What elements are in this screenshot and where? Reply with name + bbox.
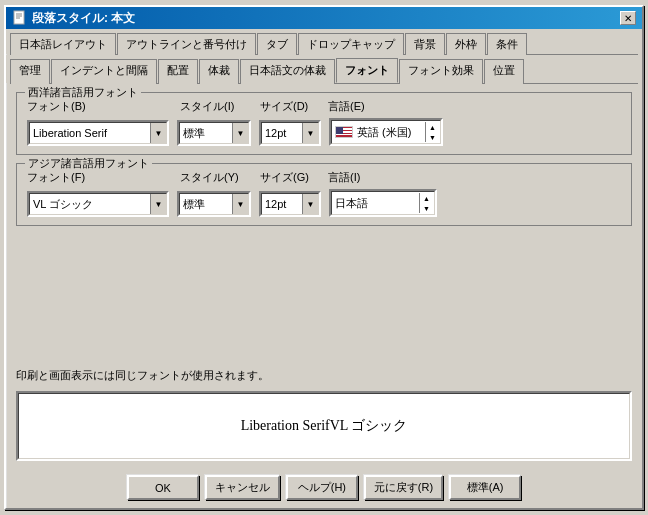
western-size-label: サイズ(D) <box>260 99 320 114</box>
tab-font[interactable]: フォント <box>336 58 398 83</box>
tab-background[interactable]: 背景 <box>405 33 445 55</box>
tab-japanese-layout[interactable]: 日本語レイアウト <box>10 33 116 55</box>
asian-font-label: フォント(F) <box>27 170 172 185</box>
western-fields-row: ▼ ▼ ▼ <box>27 118 621 146</box>
western-lang-spin-up[interactable]: ▲ <box>426 122 439 132</box>
western-style-dropdown-btn[interactable]: ▼ <box>232 123 248 143</box>
main-window: 段落スタイル: 本文 ✕ 日本語レイアウト アウトラインと番号付け タブ ドロッ… <box>4 5 644 510</box>
tab-indent[interactable]: インデントと間隔 <box>51 59 157 84</box>
western-style-input[interactable] <box>180 125 232 141</box>
info-text: 印刷と画面表示には同じフォントが使用されます。 <box>16 368 632 383</box>
tab-position[interactable]: 位置 <box>484 59 524 84</box>
western-lang-inner: 英語 (米国) ▲ ▼ <box>331 120 441 144</box>
western-style-label: スタイル(I) <box>180 99 252 114</box>
western-font-inner: ▼ <box>29 122 167 144</box>
western-style-select-wrapper[interactable]: ▼ <box>177 120 251 146</box>
asian-size-label: サイズ(G) <box>260 170 320 185</box>
document-icon <box>12 10 28 26</box>
cancel-button[interactable]: キャンセル <box>205 475 280 500</box>
western-lang-spin-down[interactable]: ▼ <box>426 132 439 142</box>
western-lang-spin[interactable]: ▲ ▼ <box>425 122 439 142</box>
tab-dropcap[interactable]: ドロップキャップ <box>298 33 404 55</box>
western-section-label: 西洋諸言語用フォント <box>25 85 141 100</box>
asian-lang-inner: 日本語 ▲ ▼ <box>331 191 435 215</box>
tab-manage[interactable]: 管理 <box>10 59 50 84</box>
asian-font-dropdown-btn[interactable]: ▼ <box>150 194 166 214</box>
western-label-row: フォント(B) スタイル(I) サイズ(D) 言語(E) <box>27 99 621 114</box>
asian-style-select-wrapper[interactable]: ▼ <box>177 191 251 217</box>
asian-fields-row: ▼ ▼ ▼ <box>27 189 621 217</box>
western-lang-select-wrapper[interactable]: 英語 (米国) ▲ ▼ <box>329 118 443 146</box>
content-area: 西洋諸言語用フォント フォント(B) スタイル(I) サイズ(D) 言語(E) … <box>6 84 642 469</box>
western-fonts-section: 西洋諸言語用フォント フォント(B) スタイル(I) サイズ(D) 言語(E) … <box>16 92 632 155</box>
asian-lang-spin[interactable]: ▲ ▼ <box>419 193 433 213</box>
asian-size-dropdown-btn[interactable]: ▼ <box>302 194 318 214</box>
western-font-dropdown-btn[interactable]: ▼ <box>150 123 166 143</box>
window-title: 段落スタイル: 本文 <box>32 10 135 27</box>
western-size-inner: ▼ <box>261 122 319 144</box>
asian-lang-label: 言語(I) <box>328 170 443 185</box>
reset-button[interactable]: 元に戻す(R) <box>364 475 443 500</box>
western-lang-label: 言語(E) <box>328 99 443 114</box>
asian-style-label: スタイル(Y) <box>180 170 252 185</box>
spacer <box>16 234 632 362</box>
western-size-select-wrapper[interactable]: ▼ <box>259 120 321 146</box>
tab-bar-bottom: 管理 インデントと間隔 配置 体裁 日本語文の体裁 フォント フォント効果 位置 <box>6 55 642 83</box>
tab-outline[interactable]: アウトラインと番号付け <box>117 33 256 55</box>
standard-button[interactable]: 標準(A) <box>449 475 521 500</box>
asian-lang-value: 日本語 <box>333 196 419 211</box>
western-lang-value: 英語 (米国) <box>355 125 425 140</box>
asian-lang-select-wrapper[interactable]: 日本語 ▲ ▼ <box>329 189 437 217</box>
asian-size-inner: ▼ <box>261 193 319 215</box>
asian-label-row: フォント(F) スタイル(Y) サイズ(G) 言語(I) <box>27 170 621 185</box>
western-font-select-wrapper[interactable]: ▼ <box>27 120 169 146</box>
western-style-inner: ▼ <box>179 122 249 144</box>
button-bar: OK キャンセル ヘルプ(H) 元に戻す(R) 標準(A) <box>6 469 642 508</box>
ok-button[interactable]: OK <box>127 475 199 500</box>
asian-font-inner: ▼ <box>29 193 167 215</box>
asian-style-inner: ▼ <box>179 193 249 215</box>
help-button[interactable]: ヘルプ(H) <box>286 475 358 500</box>
tab-tab[interactable]: タブ <box>257 33 297 55</box>
western-font-label: フォント(B) <box>27 99 172 114</box>
asian-style-input[interactable] <box>180 196 232 212</box>
titlebar: 段落スタイル: 本文 ✕ <box>6 7 642 29</box>
tab-condition[interactable]: 条件 <box>487 33 527 55</box>
flag-icon <box>335 126 353 138</box>
titlebar-left: 段落スタイル: 本文 <box>12 10 135 27</box>
western-font-input[interactable] <box>30 125 150 141</box>
asian-lang-spin-up[interactable]: ▲ <box>420 193 433 203</box>
preview-box: Liberation SerifVL ゴシック <box>16 391 632 461</box>
asian-size-input[interactable] <box>262 196 302 212</box>
tab-align[interactable]: 配置 <box>158 59 198 84</box>
asian-font-input[interactable] <box>30 196 150 212</box>
asian-size-select-wrapper[interactable]: ▼ <box>259 191 321 217</box>
western-size-input[interactable] <box>262 125 302 141</box>
tab-bar-top: 日本語レイアウト アウトラインと番号付け タブ ドロップキャップ 背景 外枠 条… <box>6 29 642 54</box>
preview-inner: Liberation SerifVL ゴシック <box>18 393 630 459</box>
asian-font-select-wrapper[interactable]: ▼ <box>27 191 169 217</box>
tab-typeset[interactable]: 体裁 <box>199 59 239 84</box>
asian-fonts-section: アジア諸言語用フォント フォント(F) スタイル(Y) サイズ(G) 言語(I)… <box>16 163 632 226</box>
asian-section-label: アジア諸言語用フォント <box>25 156 152 171</box>
preview-text: Liberation SerifVL ゴシック <box>241 417 408 435</box>
tab-font-effects[interactable]: フォント効果 <box>399 59 483 84</box>
western-size-dropdown-btn[interactable]: ▼ <box>302 123 318 143</box>
tab-jp-typeset[interactable]: 日本語文の体裁 <box>240 59 335 84</box>
tab-border[interactable]: 外枠 <box>446 33 486 55</box>
asian-lang-spin-down[interactable]: ▼ <box>420 203 433 213</box>
asian-style-dropdown-btn[interactable]: ▼ <box>232 194 248 214</box>
close-button[interactable]: ✕ <box>620 11 636 25</box>
